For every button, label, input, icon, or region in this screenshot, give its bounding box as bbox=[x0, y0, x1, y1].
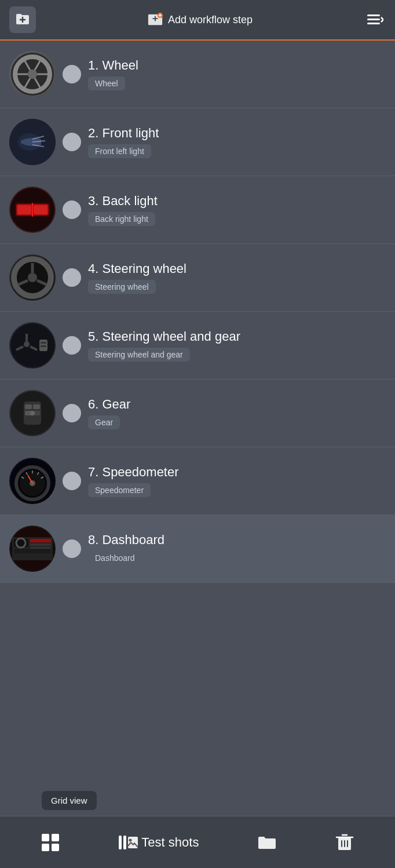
svg-rect-75 bbox=[42, 844, 49, 851]
svg-rect-78 bbox=[123, 836, 126, 849]
item-radio-1[interactable] bbox=[63, 65, 81, 83]
item-info-2: 2. Front light Front left light bbox=[88, 126, 386, 158]
item-radio-8[interactable] bbox=[63, 539, 81, 558]
test-shots-button[interactable]: Test shots bbox=[114, 830, 203, 855]
item-title-4: 4. Steering wheel bbox=[88, 261, 386, 276]
svg-rect-74 bbox=[52, 834, 59, 841]
svg-rect-76 bbox=[52, 844, 59, 851]
item-radio-3[interactable] bbox=[63, 200, 81, 219]
svg-rect-73 bbox=[42, 834, 49, 841]
item-thumbnail-7 bbox=[9, 458, 56, 504]
workflow-item-4[interactable]: 4. Steering wheel Steering wheel bbox=[0, 244, 395, 312]
item-thumbnail-5 bbox=[9, 322, 56, 369]
svg-rect-72 bbox=[14, 549, 51, 553]
item-badge-4: Steering wheel bbox=[88, 280, 156, 294]
item-info-6: 6. Gear Gear bbox=[88, 397, 386, 429]
item-badge-1: Wheel bbox=[88, 76, 125, 90]
test-shots-icon bbox=[118, 833, 138, 852]
svg-rect-50 bbox=[25, 404, 32, 409]
workflow-item-5[interactable]: 5. Steering wheel and gear Steering whee… bbox=[0, 312, 395, 380]
svg-point-54 bbox=[30, 411, 35, 415]
item-thumbnail-3 bbox=[9, 187, 56, 233]
menu-button[interactable] bbox=[364, 9, 386, 31]
svg-rect-47 bbox=[41, 345, 46, 347]
item-thumbnail-4 bbox=[9, 254, 56, 301]
item-radio-7[interactable] bbox=[63, 472, 81, 490]
svg-point-80 bbox=[129, 838, 132, 841]
item-badge-6: Gear bbox=[88, 415, 120, 429]
trash-button[interactable] bbox=[330, 828, 359, 857]
workflow-item-2[interactable]: 2. Front light Front left light bbox=[0, 108, 395, 176]
item-radio-5[interactable] bbox=[63, 336, 81, 355]
grid-icon bbox=[41, 833, 60, 852]
trash-icon bbox=[335, 833, 354, 852]
grid-view-tooltip: Grid view bbox=[42, 791, 97, 810]
folder-add-icon bbox=[14, 12, 31, 28]
item-badge-3: Back right light bbox=[88, 212, 155, 226]
item-title-6: 6. Gear bbox=[88, 397, 386, 412]
bottom-bar: Test shots bbox=[0, 816, 395, 868]
grid-view-button[interactable] bbox=[36, 828, 65, 857]
item-radio-6[interactable] bbox=[63, 404, 81, 422]
svg-rect-8 bbox=[367, 14, 380, 16]
svg-rect-46 bbox=[41, 342, 46, 344]
svg-rect-70 bbox=[30, 544, 51, 546]
item-info-5: 5. Steering wheel and gear Steering whee… bbox=[88, 329, 386, 362]
svg-point-41 bbox=[24, 341, 30, 347]
item-thumbnail-6 bbox=[9, 390, 56, 436]
svg-rect-31 bbox=[17, 205, 31, 214]
add-workflow-icon bbox=[147, 12, 163, 28]
item-title-1: 1. Wheel bbox=[88, 58, 386, 73]
item-badge-8: Dashboard bbox=[88, 551, 142, 565]
svg-rect-32 bbox=[34, 205, 47, 214]
folder-icon bbox=[257, 833, 277, 852]
svg-point-35 bbox=[28, 273, 37, 282]
item-info-8: 8. Dashboard Dashboard bbox=[88, 533, 386, 565]
item-info-4: 4. Steering wheel Steering wheel bbox=[88, 261, 386, 294]
workflow-item-8[interactable]: 8. Dashboard Dashboard bbox=[0, 515, 395, 583]
svg-rect-10 bbox=[367, 23, 380, 24]
svg-rect-51 bbox=[33, 404, 40, 409]
top-bar: Add workflow step bbox=[0, 0, 395, 41]
item-title-5: 5. Steering wheel and gear bbox=[88, 329, 386, 344]
folder-button[interactable] bbox=[253, 828, 281, 857]
add-folder-button[interactable] bbox=[9, 6, 36, 33]
item-badge-2: Front left light bbox=[88, 144, 151, 158]
svg-rect-79 bbox=[128, 837, 138, 848]
item-badge-7: Speedometer bbox=[88, 483, 151, 497]
workflow-item-1[interactable]: 1. Wheel Wheel bbox=[0, 41, 395, 108]
svg-rect-69 bbox=[30, 539, 51, 542]
item-radio-4[interactable] bbox=[63, 268, 81, 287]
item-thumbnail-8 bbox=[9, 526, 56, 572]
workflow-item-3[interactable]: 3. Back light Back right light bbox=[0, 176, 395, 244]
svg-point-39 bbox=[10, 323, 54, 367]
item-radio-2[interactable] bbox=[63, 133, 81, 151]
test-shots-label: Test shots bbox=[141, 835, 199, 850]
item-thumbnail-2 bbox=[9, 119, 56, 165]
item-thumbnail-1 bbox=[9, 51, 56, 97]
item-title-7: 7. Speedometer bbox=[88, 465, 386, 480]
menu-icon bbox=[366, 11, 383, 28]
add-workflow-button[interactable]: Add workflow step bbox=[147, 12, 253, 28]
item-title-8: 8. Dashboard bbox=[88, 533, 386, 548]
svg-rect-77 bbox=[119, 836, 122, 849]
workflow-list: 1. Wheel Wheel 2. Front light Front left… bbox=[0, 41, 395, 583]
add-workflow-label: Add workflow step bbox=[168, 14, 253, 26]
item-info-3: 3. Back light Back right light bbox=[88, 194, 386, 226]
svg-point-13 bbox=[28, 70, 37, 79]
workflow-item-7[interactable]: 7. Speedometer Speedometer bbox=[0, 447, 395, 515]
item-info-1: 1. Wheel Wheel bbox=[88, 58, 386, 90]
item-info-7: 7. Speedometer Speedometer bbox=[88, 465, 386, 497]
item-badge-5: Steering wheel and gear bbox=[88, 348, 190, 362]
item-title-3: 3. Back light bbox=[88, 194, 386, 209]
item-title-2: 2. Front light bbox=[88, 126, 386, 141]
svg-rect-9 bbox=[367, 19, 380, 20]
workflow-item-6[interactable]: 6. Gear Gear bbox=[0, 380, 395, 447]
